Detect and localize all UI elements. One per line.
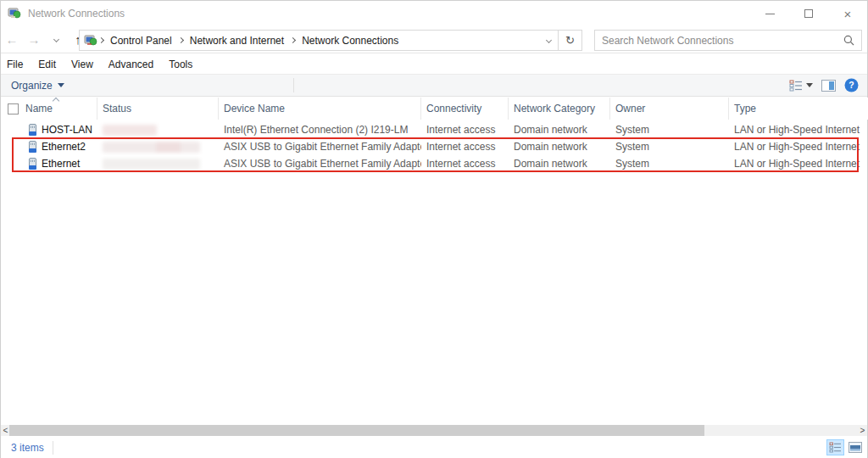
table-row-ethernet[interactable]: Ethernet ASIX USB to Gigabit Ethernet Fa… <box>1 155 868 172</box>
preview-pane-icon <box>821 80 836 92</box>
close-button[interactable]: × <box>828 1 867 26</box>
ethernet-connection-icon <box>28 158 37 170</box>
column-header-network-category[interactable]: Network Category <box>509 98 610 120</box>
network-category: Domain network <box>509 155 610 172</box>
title-bar: Network Connections × <box>1 1 867 26</box>
scrollbar-thumb[interactable] <box>9 425 704 436</box>
ethernet-connection-icon <box>28 124 37 137</box>
ethernet-connection-icon <box>28 141 37 154</box>
minimize-icon <box>765 14 775 14</box>
organize-label: Organize <box>11 80 53 92</box>
column-header-owner-label: Owner <box>615 103 645 114</box>
select-all-checkbox[interactable] <box>8 103 19 114</box>
forward-button[interactable]: → <box>23 32 45 47</box>
breadcrumb-chevron-icon <box>178 37 184 43</box>
minimize-button[interactable] <box>750 1 789 26</box>
large-icons-view-toggle[interactable] <box>846 439 864 455</box>
column-header-owner[interactable]: Owner <box>610 98 729 120</box>
breadcrumb-chevron-icon <box>290 37 296 43</box>
svg-text:?: ? <box>849 80 854 90</box>
connection-name: Ethernet2 <box>42 141 86 153</box>
status-bar: 3 items <box>1 436 867 458</box>
owner: System <box>610 138 729 155</box>
column-header-type[interactable]: Type <box>729 98 868 120</box>
toolbar-right-group: ? <box>789 78 859 92</box>
organize-button[interactable]: Organize <box>11 80 64 92</box>
refresh-button[interactable]: ↻ <box>559 30 582 51</box>
table-row-host-lan[interactable]: HOST-LAN Intel(R) Ethernet Connection (2… <box>1 121 868 138</box>
table-row-ethernet2[interactable]: Ethernet2 ASIX USB to Gigabit Ethernet F… <box>1 138 868 155</box>
column-header-network-category-label: Network Category <box>514 103 595 114</box>
address-bar[interactable]: Control Panel Network and Internet Netwo… <box>79 30 559 51</box>
back-button[interactable]: ← <box>1 32 23 47</box>
device-name: ASIX USB to Gigabit Ethernet Family Adap… <box>219 138 421 155</box>
menu-bar: File Edit View Advanced Tools <box>1 54 867 74</box>
network-connections-app-icon <box>8 7 21 20</box>
address-dropdown-button[interactable] <box>547 33 551 48</box>
change-view-button[interactable] <box>789 80 813 92</box>
owner: System <box>610 155 729 172</box>
horizontal-scrollbar[interactable]: < > <box>1 425 867 436</box>
details-view-icon <box>789 80 803 92</box>
preview-pane-button[interactable] <box>821 80 836 92</box>
column-header-device-name[interactable]: Device Name <box>219 98 421 120</box>
status-redacted <box>103 142 200 153</box>
type: LAN or High-Speed Internet <box>729 155 868 172</box>
menu-tools[interactable]: Tools <box>161 59 200 70</box>
connection-name: HOST-LAN <box>42 124 92 136</box>
column-header-type-label: Type <box>734 103 756 114</box>
connectivity: Internet access <box>421 121 509 138</box>
help-button[interactable]: ? <box>844 78 859 92</box>
breadcrumb: Control Panel Network and Internet Netwo… <box>97 35 403 47</box>
network-connections-location-icon <box>84 34 97 47</box>
search-box <box>594 30 862 51</box>
breadcrumb-chevron-icon <box>98 37 104 43</box>
chevron-down-icon <box>546 36 552 42</box>
connectivity: Internet access <box>421 155 509 172</box>
search-input[interactable] <box>595 35 843 47</box>
search-icon[interactable] <box>843 35 854 46</box>
menu-view[interactable]: View <box>64 59 101 70</box>
window-title: Network Connections <box>28 8 125 20</box>
connections-list: HOST-LAN Intel(R) Ethernet Connection (2… <box>1 121 868 172</box>
breadcrumb-network-and-internet[interactable]: Network and Internet <box>185 35 289 47</box>
chevron-down-icon <box>53 36 58 42</box>
connectivity: Internet access <box>421 138 509 155</box>
toolbar-separator <box>293 78 294 92</box>
navigation-bar: ← → ↑ Control Panel Network and Internet… <box>1 26 867 53</box>
breadcrumb-control-panel[interactable]: Control Panel <box>105 35 177 47</box>
column-header-device-name-label: Device Name <box>224 103 285 114</box>
window-controls: × <box>750 1 867 26</box>
maximize-button[interactable] <box>789 1 828 26</box>
column-header-status[interactable]: Status <box>97 98 219 120</box>
scroll-right-arrow[interactable]: > <box>858 425 867 436</box>
menu-advanced[interactable]: Advanced <box>101 59 161 70</box>
device-name: Intel(R) Ethernet Connection (2) I219-LM <box>219 121 421 138</box>
breadcrumb-network-connections[interactable]: Network Connections <box>297 35 403 47</box>
device-name: ASIX USB to Gigabit Ethernet Family Adap… <box>219 155 421 172</box>
refresh-icon: ↻ <box>565 34 575 47</box>
column-header-connectivity-label: Connectivity <box>426 103 481 114</box>
type: LAN or High-Speed Internet <box>729 138 868 155</box>
chevron-down-icon <box>806 83 813 87</box>
column-header-connectivity[interactable]: Connectivity <box>421 98 509 120</box>
network-category: Domain network <box>509 138 610 155</box>
menu-file[interactable]: File <box>1 59 31 70</box>
statusbar-separator <box>53 441 53 455</box>
column-header-name-label: Name <box>25 103 53 114</box>
details-view-icon <box>829 442 842 453</box>
column-header-name[interactable]: Name <box>1 98 97 120</box>
connection-name: Ethernet <box>42 158 80 170</box>
close-icon: × <box>844 8 852 20</box>
items-count: 3 items <box>11 442 44 454</box>
large-icons-view-icon <box>849 442 862 453</box>
maximize-icon <box>804 9 813 18</box>
type: LAN or High-Speed Internet <box>729 121 868 138</box>
menu-edit[interactable]: Edit <box>31 59 64 70</box>
status-redacted <box>103 159 200 170</box>
network-connections-window: Network Connections × ← → ↑ Control Pane… <box>0 0 868 458</box>
recent-locations-dropdown[interactable] <box>45 32 67 47</box>
command-toolbar: Organize <box>1 74 867 97</box>
owner: System <box>610 121 729 138</box>
details-view-toggle[interactable] <box>826 439 844 455</box>
